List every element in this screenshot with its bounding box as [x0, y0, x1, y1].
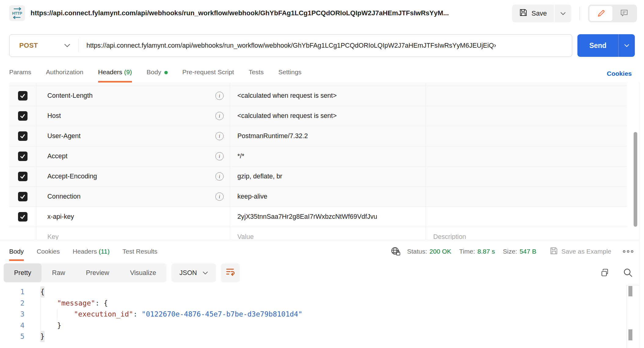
header-enabled-checkbox[interactable]	[18, 111, 27, 121]
header-checkbox-cell	[9, 146, 36, 166]
header-value-cell: gzip, deflate, br	[230, 167, 426, 186]
tab-pre-request-script[interactable]: Pre-request Script	[182, 68, 234, 82]
header-description-cell[interactable]	[426, 207, 627, 227]
request-tabs-bar: ParamsAuthorizationHeaders (9)BodyPre-re…	[9, 63, 632, 82]
header-value-cell[interactable]: 2yjX35tnnSaa7Hr2g8EaI7rWxbzcNtWf69VdfJvu	[230, 207, 426, 227]
info-icon: i	[215, 132, 224, 140]
response-tab-count-badge: (11)	[97, 248, 110, 255]
key-placeholder[interactable]: Key	[47, 233, 59, 240]
save-button[interactable]: Save	[512, 5, 554, 22]
code-scroll-edge-top	[626, 285, 639, 285]
code-token: {	[104, 298, 108, 309]
response-more-options-icon[interactable]	[623, 250, 633, 253]
code-token: :	[95, 298, 104, 309]
headers-table: Content-Lengthi<calculated when request …	[9, 82, 627, 240]
header-key: User-Agent	[47, 132, 81, 140]
header-key-cell: Content-Lengthi	[36, 86, 230, 106]
header-value-cell: keep-alive	[230, 187, 426, 207]
header-checkbox-cell	[9, 207, 36, 227]
tab-count-badge: (9)	[122, 68, 132, 75]
tab-tests[interactable]: Tests	[249, 68, 264, 82]
response-tab-cookies[interactable]: Cookies	[37, 248, 60, 261]
header-key-cell: User-Agenti	[36, 126, 230, 146]
header-enabled-checkbox[interactable]	[18, 172, 27, 181]
method-selector[interactable]: POST	[9, 42, 38, 49]
line-number: 3	[0, 309, 24, 320]
format-select[interactable]: JSON	[171, 263, 216, 282]
indent-guide	[57, 309, 74, 320]
tab-params[interactable]: Params	[9, 68, 31, 82]
header-value: <calculated when request is sent>	[237, 112, 337, 120]
info-icon: i	[215, 192, 224, 201]
header-checkbox-cell	[9, 106, 36, 126]
code-token: :	[133, 309, 142, 320]
header-enabled-checkbox[interactable]	[18, 212, 27, 222]
header-value: */*	[237, 152, 244, 160]
header-checkbox-cell	[9, 187, 36, 207]
code-token: "0122670e-4876-45e7-b7be-d3e79b8101d4"	[142, 309, 302, 320]
tab-authorization[interactable]: Authorization	[46, 68, 83, 82]
code-line-content: {	[40, 286, 45, 298]
tab-settings[interactable]: Settings	[278, 68, 302, 82]
header-key: x-api-key	[47, 213, 74, 221]
request-title: https://api.connect.fylamynt.com/api/web…	[31, 9, 449, 17]
url-input[interactable]	[79, 42, 572, 49]
response-tab-test-results[interactable]: Test Results	[123, 248, 157, 261]
header-enabled-checkbox[interactable]	[18, 91, 27, 101]
unsaved-dot-icon	[164, 71, 168, 74]
response-scrollbar-thumb-2[interactable]	[628, 329, 632, 340]
value-placeholder[interactable]: Value	[237, 233, 254, 240]
network-globe-lock-icon[interactable]	[390, 246, 401, 257]
code-scroll-edge	[626, 285, 627, 348]
header-enabled-checkbox[interactable]	[18, 131, 27, 141]
header-enabled-checkbox[interactable]	[18, 192, 27, 201]
indent-guide	[40, 309, 57, 320]
search-response-icon[interactable]	[623, 268, 633, 278]
save-as-example-button[interactable]: Save as Example	[550, 247, 611, 256]
code-token: {	[40, 286, 45, 298]
table-row-partial	[9, 82, 627, 86]
header-key-cell[interactable]: x-api-key	[36, 207, 230, 227]
save-button-group: Save	[512, 5, 571, 22]
header-description-cell	[426, 106, 627, 126]
view-tab-visualize[interactable]: Visualize	[120, 263, 167, 282]
response-tab-headers[interactable]: Headers (11)	[73, 248, 110, 261]
header-key-cell: Accept-Encodingi	[36, 167, 230, 186]
edit-mode-button[interactable]	[589, 6, 613, 21]
header-key: Connection	[47, 193, 81, 200]
save-example-icon	[550, 247, 558, 256]
code-line-content: "message": {	[40, 298, 108, 309]
header-description-cell	[426, 86, 627, 106]
save-options-button[interactable]	[555, 5, 571, 22]
send-button[interactable]: Send	[577, 34, 618, 57]
header-checkbox-cell	[9, 86, 36, 106]
header-value: keep-alive	[237, 193, 267, 200]
tab-body[interactable]: Body	[147, 68, 168, 82]
code-line-5: 5}	[0, 331, 626, 342]
header-value-cell: <calculated when request is sent>	[230, 106, 426, 126]
comment-icon	[620, 9, 628, 18]
description-placeholder[interactable]: Description	[433, 233, 466, 240]
wrap-lines-button[interactable]	[221, 263, 240, 282]
view-tab-pretty[interactable]: Pretty	[4, 263, 42, 282]
view-tab-preview[interactable]: Preview	[75, 263, 119, 282]
response-scrollbar-thumb[interactable]	[628, 286, 632, 296]
header-row-accept: Accepti*/*	[9, 146, 627, 167]
code-line-content: }	[40, 320, 61, 331]
new-header-row: Key Value Description	[9, 227, 627, 240]
response-tab-label: Body	[9, 248, 24, 255]
view-tab-raw[interactable]: Raw	[42, 263, 75, 282]
window-scrollbar-rail	[639, 82, 644, 348]
send-options-button[interactable]	[618, 34, 635, 57]
header-enabled-checkbox[interactable]	[18, 152, 27, 161]
tab-label: Body	[147, 68, 161, 75]
response-tab-body[interactable]: Body	[9, 248, 24, 261]
tab-headers[interactable]: Headers (9)	[98, 68, 132, 82]
wrap-lines-icon	[225, 268, 235, 278]
method-caret-icon[interactable]	[64, 44, 70, 47]
comments-button[interactable]	[613, 6, 636, 21]
cookies-link[interactable]: Cookies	[607, 70, 632, 82]
request-url-row: POST Send	[9, 34, 635, 57]
copy-response-icon[interactable]	[600, 268, 609, 278]
headers-scrollbar-thumb[interactable]	[634, 132, 637, 227]
